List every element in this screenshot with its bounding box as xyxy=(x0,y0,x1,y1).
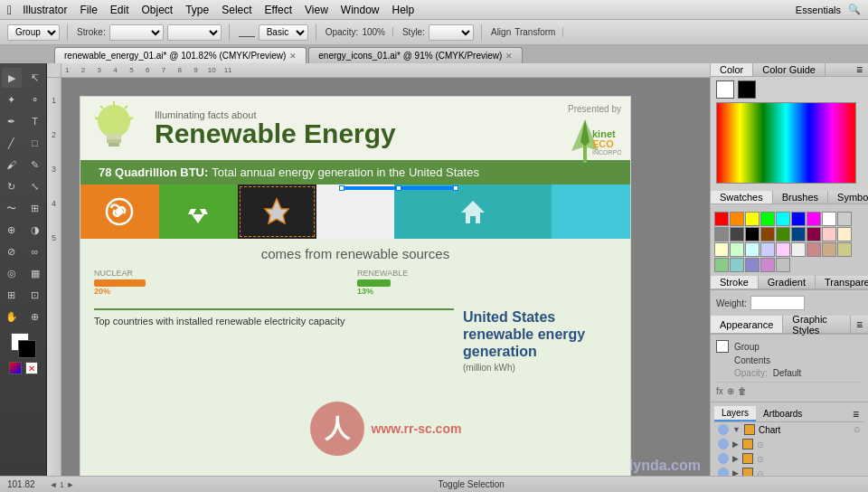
layer-item[interactable]: ▼ Chart ⊙ xyxy=(714,422,864,437)
pen-tool[interactable]: ✒ xyxy=(2,111,22,131)
tab-1-close[interactable]: ✕ xyxy=(289,52,297,61)
paintbrush-tool[interactable]: 🖌 xyxy=(2,155,22,175)
canvas-area[interactable]: 1 2 3 4 5 6 7 8 9 10 11 12345 Presented … xyxy=(47,63,710,492)
delete-appearance-icon[interactable]: 🗑 xyxy=(738,386,747,396)
menu-edit[interactable]: Edit xyxy=(110,4,129,16)
menu-view[interactable]: View xyxy=(305,4,328,16)
blend-tool[interactable]: ∞ xyxy=(25,241,45,261)
layer-visibility[interactable] xyxy=(718,424,729,435)
swatch-item[interactable] xyxy=(714,227,729,241)
tab-stroke[interactable]: Stroke xyxy=(711,276,759,289)
menu-object[interactable]: Object xyxy=(142,4,174,16)
swatch-item[interactable] xyxy=(776,242,790,257)
magic-wand-tool[interactable]: ✦ xyxy=(2,90,22,109)
essentials-label[interactable]: Essentials xyxy=(796,5,841,15)
swatch-item[interactable] xyxy=(776,227,790,241)
swatch-item[interactable] xyxy=(776,258,790,272)
swatch-item[interactable] xyxy=(745,242,760,257)
swatch-item[interactable] xyxy=(807,212,821,226)
black-swatch[interactable] xyxy=(738,80,756,99)
layer-lock[interactable]: ⊙ xyxy=(854,425,861,434)
swatch-item[interactable] xyxy=(837,212,852,226)
lasso-tool[interactable]: ⚬ xyxy=(25,90,45,109)
apple-menu[interactable]:  xyxy=(7,3,12,17)
swatch-item[interactable] xyxy=(714,212,729,226)
layer-item[interactable]: ▶ ⊙ xyxy=(714,451,864,466)
swatch-item[interactable] xyxy=(730,242,744,257)
swatch-item[interactable] xyxy=(791,212,806,226)
canvas-scroll[interactable]: Presented by kinet ECO INCORPORATED xyxy=(61,78,710,492)
search-icon[interactable]: 🔍 xyxy=(848,4,861,15)
swatch-item[interactable] xyxy=(730,212,744,226)
tab-2[interactable]: energy_icons_01.ai* @ 91% (CMYK/Preview)… xyxy=(308,47,523,63)
shape-builder-tool[interactable]: ⊕ xyxy=(2,220,22,240)
tab-appearance[interactable]: Appearance xyxy=(711,316,783,333)
slice-tool[interactable]: ⊡ xyxy=(25,285,45,305)
appearance-options-icon[interactable]: ≡ xyxy=(851,316,868,333)
weight-input[interactable] xyxy=(750,296,805,310)
swatch-item[interactable] xyxy=(745,258,760,272)
layers-options-icon[interactable]: ≡ xyxy=(847,406,864,421)
tab-color-guide[interactable]: Color Guide xyxy=(753,63,826,76)
swatch-item[interactable] xyxy=(745,227,760,241)
symbol-sprayer-tool[interactable]: ◎ xyxy=(2,263,22,283)
swatch-item[interactable] xyxy=(714,242,729,257)
rotate-tool[interactable]: ↻ xyxy=(2,176,22,196)
color-mode[interactable] xyxy=(9,362,22,374)
style-select[interactable] xyxy=(429,24,474,41)
swatch-item[interactable] xyxy=(791,227,806,241)
rect-tool[interactable]: □ xyxy=(25,133,45,153)
stroke-width[interactable] xyxy=(167,24,222,41)
tab-1[interactable]: renewable_energy_01.ai* @ 101.82% (CMYK/… xyxy=(54,47,307,63)
tab-swatches[interactable]: Swatches xyxy=(711,191,773,203)
type-tool[interactable]: T xyxy=(25,111,45,131)
warp-tool[interactable]: 〜 xyxy=(2,198,22,218)
none-swatch[interactable]: ✕ xyxy=(25,362,38,374)
tab-2-close[interactable]: ✕ xyxy=(505,52,513,61)
swatch-item[interactable] xyxy=(776,212,790,226)
swatch-item[interactable] xyxy=(745,212,760,226)
menu-select[interactable]: Select xyxy=(222,4,251,16)
transform-label[interactable]: Transform xyxy=(514,27,555,37)
swatch-item[interactable] xyxy=(837,227,852,241)
eyedropper-tool[interactable]: ⊘ xyxy=(2,241,22,261)
menu-file[interactable]: File xyxy=(80,4,97,16)
fx-icon[interactable]: fx xyxy=(716,386,723,396)
align-label[interactable]: Align xyxy=(491,27,511,37)
zoom-tool[interactable]: ⊕ xyxy=(25,307,45,326)
swatch-item[interactable] xyxy=(714,258,729,272)
layer-item[interactable]: ▶ ⊙ xyxy=(714,437,864,451)
panel-options-icon[interactable]: ≡ xyxy=(851,63,868,76)
basic-select[interactable]: Basic xyxy=(259,24,308,41)
swatch-item[interactable] xyxy=(760,212,775,226)
menu-illustrator[interactable]: Illustrator xyxy=(23,4,67,16)
menu-window[interactable]: Window xyxy=(341,4,380,16)
swatch-item[interactable] xyxy=(837,242,852,257)
column-graph-tool[interactable]: ▦ xyxy=(25,263,45,283)
layer-visibility[interactable] xyxy=(718,439,729,449)
swatch-item[interactable] xyxy=(760,227,775,241)
direct-selection-tool[interactable]: ↸ xyxy=(25,68,45,88)
white-swatch[interactable] xyxy=(716,80,734,99)
tab-artboards[interactable]: Artboards xyxy=(756,406,809,421)
tab-layers[interactable]: Layers xyxy=(714,406,756,421)
tab-brushes[interactable]: Brushes xyxy=(773,191,828,203)
free-transform-tool[interactable]: ⊞ xyxy=(25,198,45,218)
new-appearance-icon[interactable]: ⊕ xyxy=(727,386,734,396)
menu-effect[interactable]: Effect xyxy=(265,4,292,16)
pencil-tool[interactable]: ✎ xyxy=(25,155,45,175)
swatch-item[interactable] xyxy=(822,212,836,226)
swatch-item[interactable] xyxy=(822,227,836,241)
swatch-item[interactable] xyxy=(730,258,744,272)
tab-symbols[interactable]: Symbols xyxy=(828,191,868,203)
tab-gradient[interactable]: Gradient xyxy=(759,276,816,289)
swatch-item[interactable] xyxy=(822,242,836,257)
layer-lock[interactable]: ⊙ xyxy=(757,455,764,464)
artboard-tool[interactable]: ⊞ xyxy=(2,285,22,305)
group-select[interactable]: Group xyxy=(7,24,60,41)
swatch-item[interactable] xyxy=(791,242,806,257)
selection-tool[interactable]: ▶ xyxy=(2,68,22,88)
swatch-item[interactable] xyxy=(760,258,775,272)
layer-visibility[interactable] xyxy=(718,453,729,464)
swatch-item[interactable] xyxy=(807,227,821,241)
